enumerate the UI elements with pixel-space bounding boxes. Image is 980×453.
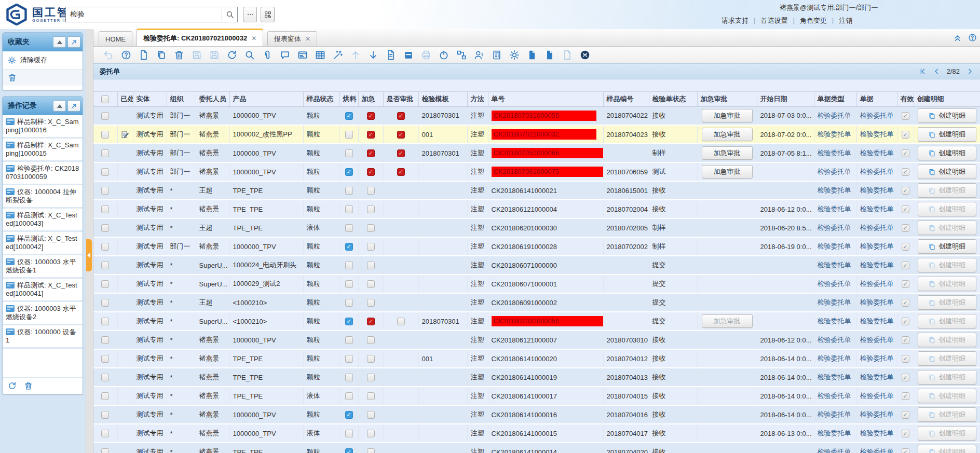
valid-checkbox[interactable]: ✓ — [902, 355, 909, 363]
sidebar-splitter[interactable] — [86, 29, 93, 453]
prev-page-icon[interactable] — [933, 67, 941, 75]
trash-icon[interactable] — [24, 381, 33, 390]
history-item[interactable]: 仪器: 1000003 水平燃烧设备2 — [3, 302, 83, 325]
doc-link[interactable]: 检验委托单 — [856, 200, 897, 218]
table-row[interactable]: 测试专用*王超TPE_TPE液体注塑CK20180620100003020180… — [93, 218, 980, 237]
column-header[interactable]: 加急审批 — [697, 92, 757, 106]
urgent-approve-button[interactable]: 加急审批 — [702, 146, 753, 160]
column-header[interactable]: 单据类型 — [814, 92, 856, 106]
urgent-checkbox[interactable]: ✓ — [367, 112, 375, 120]
doc-link[interactable]: 检验委托单 — [856, 368, 897, 387]
table-row[interactable]: 测试专用部门一褚燕景1000000_TPV颗粒✓✓✓2018070301注塑CK… — [93, 106, 980, 125]
doc-link[interactable]: 检验委托单 — [856, 387, 897, 405]
drying-checkbox[interactable]: ✓ — [345, 448, 353, 453]
row-checkbox[interactable] — [101, 299, 109, 307]
table-row[interactable]: 测试专用*SuperU...1000024_电动牙刷头颗粒注塑CK2018060… — [93, 256, 980, 274]
create-detail-button[interactable]: 创建明细 — [918, 127, 976, 142]
doc-link[interactable]: 检验委托单 — [856, 237, 897, 256]
delete-record-icon[interactable] — [170, 48, 188, 62]
doc-type-link[interactable]: 检验委托单 — [814, 256, 856, 274]
drying-checkbox[interactable] — [345, 131, 353, 139]
urgent-checkbox[interactable] — [367, 374, 375, 381]
urgent-checkbox[interactable] — [367, 430, 375, 437]
doc-type-link[interactable]: 检验委托单 — [814, 237, 856, 256]
drying-checkbox[interactable] — [345, 374, 353, 381]
drying-checkbox[interactable] — [345, 262, 353, 269]
top-link[interactable]: 角色变更 — [800, 17, 827, 24]
drying-checkbox[interactable]: ✓ — [345, 243, 353, 251]
row-checkbox[interactable] — [101, 224, 109, 232]
urgent-checkbox[interactable]: ✓ — [367, 168, 375, 176]
row-checkbox[interactable] — [101, 112, 109, 120]
drying-checkbox[interactable] — [345, 392, 353, 400]
search-icon[interactable] — [241, 48, 258, 62]
collapse-all-icon[interactable] — [953, 33, 962, 42]
doc-link[interactable]: 检验委托单 — [856, 256, 897, 274]
table-row[interactable]: 测试专用*SuperU...1000029_测试2颗粒注塑CK201806071… — [93, 274, 980, 293]
data-grid-icon[interactable] — [311, 48, 329, 62]
column-header[interactable]: 检验单状态 — [649, 92, 697, 106]
create-detail-button[interactable]: 创建明细 — [918, 146, 976, 160]
column-header[interactable]: 已处 — [117, 92, 133, 106]
drying-checkbox[interactable] — [345, 355, 353, 363]
table-row[interactable]: 测试专用部门一褚燕景1000002_改性黑PP颗粒✓✓001注塑CK201807… — [93, 125, 980, 144]
row-checkbox[interactable] — [101, 448, 109, 453]
search-input[interactable] — [66, 7, 222, 22]
expand-panel-button[interactable] — [67, 36, 80, 48]
column-header[interactable]: 产品 — [229, 92, 303, 106]
row-checkbox[interactable] — [101, 280, 109, 288]
table-row[interactable]: 测试专用部门一褚燕景1000000_TPV颗粒✓✓✓注塑CK2018070610… — [93, 162, 980, 181]
export-pdf-icon[interactable] — [382, 48, 400, 62]
doc-type-link[interactable]: 检验委托单 — [814, 144, 856, 162]
doc-link[interactable]: 检验委托单 — [856, 106, 897, 125]
column-header[interactable]: 方法 — [467, 92, 488, 106]
doc-link[interactable]: 检验委托单 — [856, 424, 897, 443]
history-item[interactable]: 样品测试: X_C_Tested[1000042] — [3, 232, 83, 255]
history-item[interactable]: 样品制样: X_C_Samping[1000016 — [3, 115, 83, 139]
doc-type-link[interactable]: 检验委托单 — [814, 181, 856, 200]
column-header[interactable]: 组织 — [167, 92, 196, 106]
valid-checkbox[interactable]: ✓ — [902, 168, 909, 176]
workflow-icon[interactable] — [453, 48, 470, 62]
table-row[interactable]: 测试专用*褚燕景1000000_TPV颗粒✓注塑CK20180614100001… — [93, 405, 980, 424]
approved-checkbox[interactable]: ✓ — [397, 112, 405, 120]
urgent-approve-button[interactable]: 加急审批 — [702, 109, 753, 122]
column-header[interactable]: 实体 — [133, 92, 167, 106]
top-link[interactable]: 请求支持 — [722, 17, 748, 24]
row-checkbox[interactable] — [101, 262, 109, 269]
calculator-icon[interactable] — [488, 48, 506, 62]
urgent-approve-button[interactable]: 加急审批 — [702, 165, 753, 179]
assign-user-icon[interactable] — [470, 48, 488, 62]
doc-type-link[interactable]: 检验委托单 — [814, 349, 856, 368]
valid-checkbox[interactable]: ✓ — [902, 411, 909, 419]
top-link[interactable]: 首选设置 — [760, 17, 787, 24]
history-item[interactable]: 仪器: 1000004 拉伸断裂设备 — [3, 185, 83, 209]
doc-link[interactable]: 检验委托单 — [856, 349, 897, 368]
drying-checkbox[interactable] — [345, 205, 353, 213]
row-checkbox[interactable] — [101, 149, 109, 157]
valid-checkbox[interactable]: ✓ — [902, 430, 909, 437]
valid-checkbox[interactable]: ✓ — [902, 112, 909, 120]
copy-record-icon[interactable] — [153, 48, 170, 62]
create-detail-button[interactable]: 创建明细 — [918, 108, 976, 123]
column-header[interactable]: 样品状态 — [303, 92, 339, 106]
close-tab-icon[interactable]: ✕ — [251, 35, 256, 42]
urgent-checkbox[interactable] — [367, 187, 375, 195]
archive-icon[interactable] — [400, 48, 417, 62]
column-header[interactable]: 加急 — [358, 92, 383, 106]
valid-checkbox[interactable]: ✓ — [902, 224, 909, 232]
tab-report-window[interactable]: 报表窗体✕ — [267, 31, 317, 46]
doc-type-link[interactable]: 检验委托单 — [814, 125, 856, 144]
doc-link[interactable]: 检验委托单 — [856, 218, 897, 237]
urgent-checkbox[interactable]: ✓ — [367, 131, 375, 139]
drying-checkbox[interactable] — [345, 336, 353, 344]
row-checkbox[interactable] — [101, 187, 109, 195]
close-tab-icon[interactable]: ✕ — [305, 35, 310, 43]
valid-checkbox[interactable]: ✓ — [902, 149, 909, 157]
doc-link[interactable]: 检验委托单 — [856, 162, 897, 181]
row-checkbox[interactable] — [101, 411, 109, 419]
row-checkbox[interactable] — [101, 243, 109, 251]
collapse-panel-button[interactable] — [53, 100, 66, 112]
valid-checkbox[interactable]: ✓ — [902, 205, 909, 213]
urgent-checkbox[interactable] — [367, 392, 375, 400]
